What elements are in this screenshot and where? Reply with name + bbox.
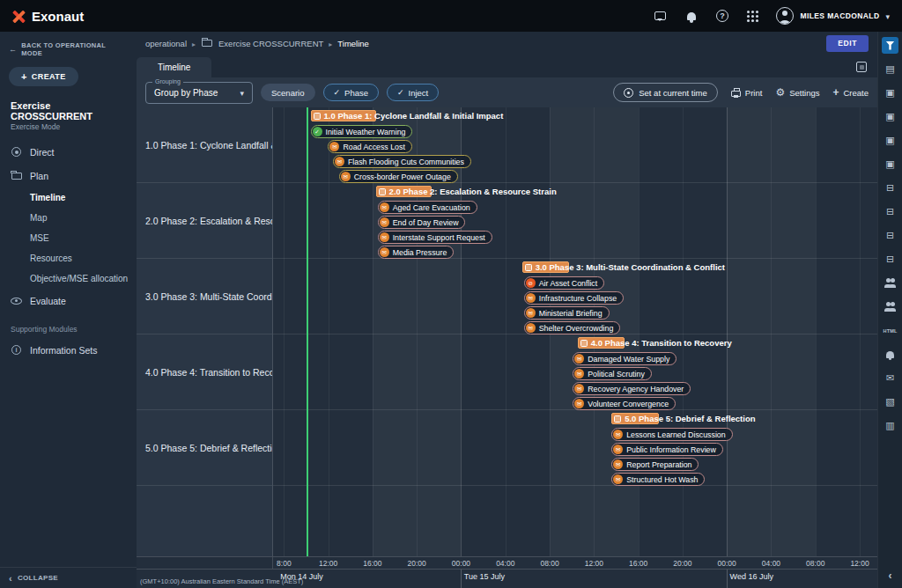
people-icon[interactable] — [882, 275, 898, 291]
chip-phase[interactable]: Phase — [323, 84, 379, 101]
people-icon[interactable] — [882, 298, 898, 315]
inject-pill[interactable]: ✉Lessons Learned Discussion — [611, 428, 732, 441]
card-icon[interactable]: ▣ — [882, 132, 898, 149]
card-icon[interactable]: ▣ — [882, 85, 898, 101]
print-button[interactable]: Print — [731, 88, 763, 98]
inject-pill[interactable]: ✉Public Information Review — [611, 443, 723, 456]
inject-pill[interactable]: ✉Political Scrutiny — [573, 367, 652, 380]
breadcrumb-exercise[interactable]: Exercise CROSSCURRENT — [218, 39, 323, 48]
chip-scenario[interactable]: Scenario — [261, 84, 315, 101]
inject-pill[interactable]: ✉Report Preparation — [611, 458, 699, 471]
archive-icon[interactable]: ⊟ — [882, 227, 898, 244]
html-icon[interactable]: HTML — [882, 322, 898, 339]
inject-pill[interactable]: ✉Cross-border Power Outage — [339, 170, 458, 183]
document-icon[interactable]: ▤ — [882, 61, 898, 77]
fullscreen-icon[interactable] — [856, 62, 867, 72]
print-icon — [731, 91, 741, 97]
axis-times-grid: 8:0012:0016:0020:0000:0004:0008:0012:001… — [273, 557, 877, 569]
funnel-glyph — [886, 41, 895, 50]
time-label: 8:00 — [277, 559, 292, 568]
phase-bar-label: 4.0 Phase 4: Transition to Recovery — [579, 338, 625, 348]
inject-pill[interactable]: ⊘Air Asset Conflict — [524, 276, 605, 290]
back-to-operational-button[interactable]: BACK TO OPERATIONAL MODE — [0, 32, 137, 62]
help-icon[interactable] — [714, 9, 729, 24]
phase-bar-text: 1.0 Phase 1: Cyclone Landfall & Initial … — [324, 111, 504, 121]
inject-icon: ✓ — [313, 127, 322, 136]
settings-button[interactable]: Settings — [775, 86, 819, 99]
inject-icon: ✉ — [574, 399, 584, 408]
archive-icon[interactable]: ⊟ — [882, 180, 898, 196]
phase-bar[interactable]: 3.0 Phase 3: Multi-State Coordination & … — [522, 261, 570, 273]
card-icon[interactable]: ▣ — [882, 108, 898, 125]
right-rail-icons: ▤▣▣▣▣⊟⊟⊟⊟HTML✉▧▥ — [882, 37, 898, 434]
inject-pill[interactable]: ✉Aged Care Evacuation — [378, 201, 477, 214]
inject-pill[interactable]: ✉Interstate Support Request — [378, 231, 492, 244]
book-icon[interactable]: ▥ — [882, 417, 898, 434]
sidebar-item-map[interactable]: Map — [0, 208, 137, 228]
inject-icon: ✉ — [613, 430, 623, 439]
tab-bar: Timeline — [137, 55, 877, 77]
sidebar-item-mse[interactable]: MSE — [0, 228, 137, 248]
logo-x-icon — [12, 10, 26, 23]
breadcrumb-separator-icon — [329, 39, 332, 48]
collapse-sidebar-button[interactable]: COLLAPSE — [0, 567, 137, 588]
inject-pill[interactable]: ✉Flash Flooding Cuts Communities — [333, 155, 471, 168]
inject-pill[interactable]: ✉Media Pressure — [378, 246, 455, 259]
phase-row-label: 3.0 Phase 3: Multi-State Coordination... — [137, 259, 272, 334]
inject-pill[interactable]: ✓Initial Weather Warning — [311, 125, 413, 138]
inject-pill[interactable]: ✉Structured Hot Wash — [611, 473, 705, 486]
breadcrumb-timeline: Timeline — [337, 39, 369, 48]
inject-icon: ✉ — [380, 202, 389, 212]
exercise-name: Exercise CROSSCURRENT — [0, 95, 137, 122]
tab-timeline[interactable]: Timeline — [137, 57, 211, 77]
inject-pill[interactable]: ✉Infrastructure Collapse — [524, 291, 625, 305]
edit-button[interactable]: EDIT — [826, 35, 869, 52]
chat-icon[interactable] — [653, 9, 668, 24]
sidebar-item-objective-mse-allocation[interactable]: Objective/MSE allocation — [0, 268, 137, 289]
apps-grid-icon[interactable] — [745, 9, 760, 24]
inject-pill[interactable]: ✉Volunteer Convergence — [573, 397, 676, 410]
phase-icon — [379, 188, 386, 195]
inject-label: Political Scrutiny — [588, 370, 645, 379]
phase-bar[interactable]: 5.0 Phase 5: Debrief & Reflection — [611, 413, 659, 424]
phase-bar[interactable]: 1.0 Phase 1: Cyclone Landfall & Initial … — [311, 110, 377, 121]
sidebar-item-evaluate[interactable]: Evaluate — [0, 289, 137, 312]
breadcrumb-operational[interactable]: operational — [145, 39, 187, 48]
inject-pill[interactable]: ✉Ministerial Briefing — [524, 306, 610, 320]
collapse-rail-button[interactable] — [882, 567, 898, 584]
chevron-down-icon — [885, 11, 890, 21]
right-rail: ▤▣▣▣▣⊟⊟⊟⊟HTML✉▧▥ — [877, 32, 902, 588]
inject-pill[interactable]: ✉Road Access Lost — [328, 140, 411, 153]
archive-icon[interactable]: ⊟ — [882, 203, 898, 220]
inject-icon: ✉ — [335, 157, 344, 166]
user-menu[interactable]: MILES MACDONALD — [776, 7, 890, 25]
inject-pill[interactable]: ✉Recovery Agency Handover — [573, 382, 691, 395]
mail-icon[interactable]: ✉ — [882, 370, 898, 386]
inject-pill[interactable]: ✉End of Day Review — [378, 216, 466, 229]
folder-icon — [202, 40, 212, 47]
create-label: CREATE — [32, 72, 66, 81]
sidebar-item-resources[interactable]: Resources — [0, 248, 137, 268]
grouping-select[interactable]: Grouping Group by Phase — [145, 82, 253, 104]
inject-pill[interactable]: ✉Damaged Water Supply — [573, 352, 676, 365]
filter-icon[interactable] — [882, 37, 898, 54]
create-button[interactable]: CREATE — [9, 67, 78, 86]
sidebar-item-plan[interactable]: Plan — [0, 164, 137, 187]
phase-bar[interactable]: 4.0 Phase 4: Transition to Recovery — [578, 337, 625, 349]
notifications-bell-icon[interactable] — [684, 9, 699, 24]
set-current-time-button[interactable]: Set at current time — [613, 83, 718, 102]
axis-dates-left: (GMT+10:00) Australian Eastern Standard … — [137, 570, 273, 588]
inject-label: Report Preparation — [626, 460, 691, 469]
inject-pill[interactable]: ✉Shelter Overcrowding — [524, 321, 621, 334]
sidebar-item-timeline[interactable]: Timeline — [0, 187, 137, 208]
phase-bar[interactable]: 2.0 Phase 2: Escalation & Resource Strai… — [376, 186, 433, 197]
sidebar-item-direct[interactable]: Direct — [0, 140, 137, 164]
sidebar-item-information-sets[interactable]: Information Sets — [0, 338, 137, 362]
card-icon[interactable]: ▣ — [882, 156, 898, 173]
chip-inject[interactable]: Inject — [387, 84, 439, 101]
create-timeline-item-button[interactable]: Create — [832, 86, 869, 99]
app-logo[interactable]: Exonaut — [12, 9, 84, 24]
archive-icon[interactable]: ⊟ — [882, 251, 898, 268]
chart-icon[interactable]: ▧ — [882, 393, 898, 410]
bell-icon[interactable] — [882, 346, 898, 363]
